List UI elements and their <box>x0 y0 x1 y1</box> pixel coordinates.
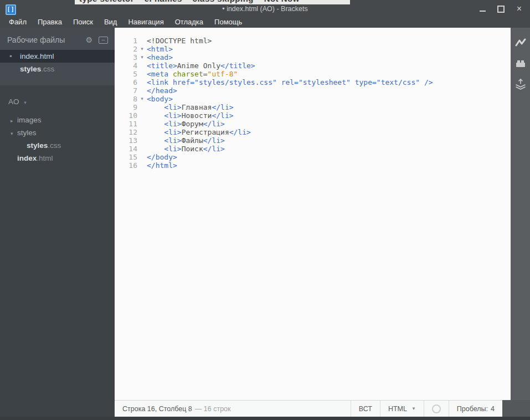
gear-icon[interactable]: ⚙ <box>85 35 92 44</box>
fold-marker-icon <box>137 145 147 153</box>
fold-marker-icon[interactable]: ▾ <box>137 45 147 53</box>
code-content: <link href="styles/styles.css" rel="styl… <box>147 78 433 86</box>
code-line[interactable]: 2▾<html> <box>115 45 511 53</box>
chevron-down-icon: ▾ <box>24 100 27 105</box>
working-files-list: •index.htmlstyles.css <box>0 50 115 75</box>
code-line[interactable]: 13 <li>Файлы</li> <box>115 136 511 145</box>
code-line[interactable]: 4<title>Anime Only</title> <box>115 62 511 70</box>
menu-item[interactable]: Навигация <box>122 18 169 26</box>
fold-marker-icon <box>137 120 147 128</box>
tree-file[interactable]: index.html <box>0 152 115 165</box>
menu-item[interactable]: Вид <box>99 18 123 26</box>
code-line[interactable]: 14 <li>Поиск</li> <box>115 145 511 153</box>
tree-folder[interactable]: ▾styles <box>0 126 115 139</box>
working-files-title: Рабочие файлы <box>7 35 85 44</box>
live-preview-icon[interactable] <box>514 37 527 49</box>
code-content: </body> <box>147 153 177 161</box>
line-number: 9 <box>115 103 137 111</box>
code-line[interactable]: 1<!DOCTYPE html> <box>115 37 511 45</box>
spaces-label: Пробелы: <box>457 405 488 413</box>
fold-marker-icon <box>137 111 147 120</box>
dirty-indicator-icon: • <box>9 50 12 63</box>
fold-marker-icon <box>137 153 147 161</box>
fold-marker-icon <box>137 136 147 145</box>
status-bar: Строка 16, Столбец 8 — 16 строк ВСТ HTML… <box>115 400 502 417</box>
insert-mode-toggle[interactable]: ВСТ <box>351 401 380 417</box>
working-file-item[interactable]: styles.css <box>0 63 115 75</box>
project-panel: AO ▾ ▸images▾stylesstyles.cssindex.html <box>0 85 115 165</box>
working-file-item[interactable]: •index.html <box>0 50 115 63</box>
code-line[interactable]: 12 <li>Регистрация</li> <box>115 128 511 136</box>
line-number: 7 <box>115 86 137 95</box>
menu-item[interactable]: Файл <box>3 18 32 26</box>
code-line[interactable]: 3▾<head> <box>115 53 511 62</box>
menu-bar: ФайлПравкаПоискВидНавигацияОтладкаПомощь <box>3 16 248 28</box>
extract-layers-icon[interactable] <box>514 78 527 90</box>
code-line[interactable]: 8▾<body> <box>115 95 511 103</box>
line-number: 2 <box>115 45 137 53</box>
split-view-icon[interactable]: ↔ <box>99 37 108 44</box>
indentation-setting[interactable]: Пробелы: 4 <box>449 401 502 417</box>
code-content: <head> <box>147 53 173 62</box>
fold-marker-icon <box>137 128 147 136</box>
statusbar-corner <box>502 400 530 417</box>
code-content: <li>Поиск</li> <box>147 145 225 153</box>
language-label: HTML <box>388 405 407 413</box>
fold-marker-icon <box>137 37 147 45</box>
code-line[interactable]: 5<meta charset="utf-8" <box>115 70 511 78</box>
project-name: AO <box>8 98 19 106</box>
project-dropdown[interactable]: AO ▾ <box>0 98 115 114</box>
disclosure-triangle-icon[interactable]: ▸ <box>11 115 17 127</box>
menu-item[interactable]: Отладка <box>169 18 209 26</box>
code-content: <li>Форум</li> <box>147 120 225 128</box>
working-files-panel: Рабочие файлы ⚙ ↔ •index.htmlstyles.css <box>0 28 115 85</box>
minimize-icon[interactable] <box>479 5 486 13</box>
file-extension: .html <box>37 154 53 162</box>
language-dropdown[interactable]: HTML ▼ <box>380 401 424 417</box>
code-line[interactable]: 15</body> <box>115 153 511 161</box>
line-number: 14 <box>115 145 137 153</box>
extension-manager-icon[interactable] <box>514 58 527 70</box>
folder-name: styles <box>17 129 37 137</box>
fold-marker-icon[interactable]: ▾ <box>137 53 147 62</box>
maximize-icon[interactable] <box>497 5 505 13</box>
line-number: 10 <box>115 111 137 120</box>
editor[interactable]: 1<!DOCTYPE html>2▾<html>3▾<head>4<title>… <box>115 28 511 400</box>
fold-marker-icon <box>137 78 147 86</box>
cursor-position[interactable]: Строка 16, Столбец 8 <box>122 405 192 413</box>
file-name: styles <box>27 141 48 150</box>
code-content: </html> <box>147 161 177 170</box>
code-content: <title>Anime Only</title> <box>147 62 255 70</box>
fold-marker-icon <box>137 103 147 111</box>
disclosure-triangle-icon[interactable]: ▾ <box>11 127 17 140</box>
circle-indicator-icon <box>432 404 441 413</box>
tree-file[interactable]: styles.css <box>0 139 115 152</box>
code-line[interactable]: 10 <li>Новости</li> <box>115 111 511 120</box>
right-toolbar <box>511 28 530 417</box>
close-icon[interactable]: × <box>516 5 523 13</box>
line-number: 8 <box>115 95 137 103</box>
code-line[interactable]: 7</head> <box>115 86 511 95</box>
file-name: index <box>20 52 38 60</box>
file-extension: .css <box>41 65 54 73</box>
title-bar[interactable]: [] • index.html (AO) - Brackets × <box>0 0 530 17</box>
line-number: 3 <box>115 53 137 62</box>
brackets-window: type selector el names class skipping No… <box>0 0 530 420</box>
menu-item[interactable]: Поиск <box>68 18 99 26</box>
tree-folder[interactable]: ▸images <box>0 114 115 126</box>
code-line[interactable]: 11 <li>Форум</li> <box>115 120 511 128</box>
line-number: 11 <box>115 120 137 128</box>
spaces-value[interactable]: 4 <box>491 405 495 413</box>
code-content: <li>Главная</li> <box>147 103 234 111</box>
code-content: <li>Новости</li> <box>147 111 234 120</box>
file-extension: .css <box>48 141 61 150</box>
menu-item[interactable]: Помощь <box>209 18 248 26</box>
code-line[interactable]: 6<link href="styles/styles.css" rel="sty… <box>115 78 511 86</box>
code-line[interactable]: 9 <li>Главная</li> <box>115 103 511 111</box>
code-line[interactable]: 16</html> <box>115 161 511 170</box>
file-extension: .html <box>38 52 54 60</box>
line-number: 1 <box>115 37 137 45</box>
fold-marker-icon[interactable]: ▾ <box>137 95 147 103</box>
status-indicator[interactable] <box>424 401 449 417</box>
menu-item[interactable]: Правка <box>32 18 68 26</box>
